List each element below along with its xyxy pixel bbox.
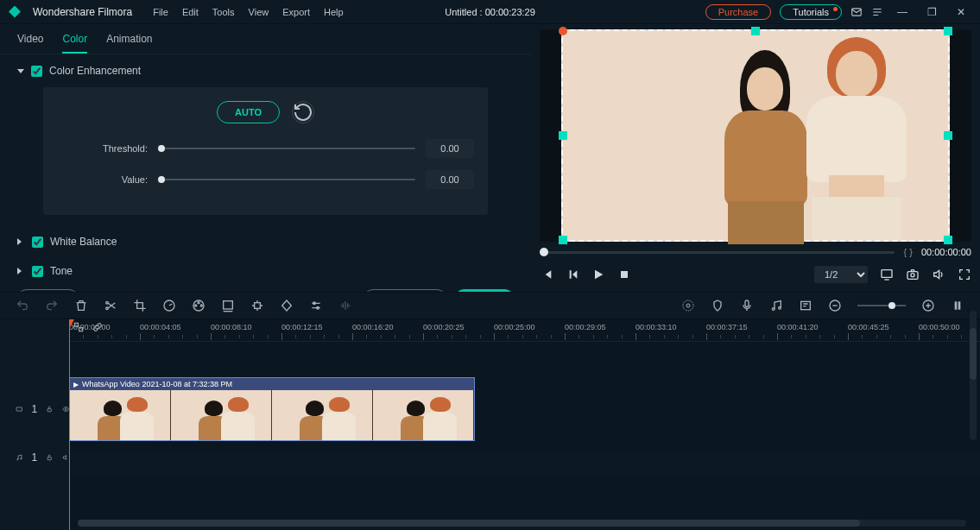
video-track-number: 1 [31, 403, 37, 415]
color-enhancement-checkbox[interactable] [31, 66, 42, 77]
minimize-button[interactable]: — [892, 6, 913, 18]
ruler-tick: 00:00:29:05 [565, 323, 606, 331]
svg-point-16 [683, 300, 693, 311]
eye-icon[interactable] [62, 403, 69, 415]
preview-zoom-select[interactable]: 1/2 [814, 266, 868, 283]
resize-handle[interactable] [751, 27, 760, 35]
caret-right-icon[interactable] [17, 238, 25, 245]
motion-track-icon[interactable] [250, 299, 264, 312]
menu-export[interactable]: Export [282, 7, 310, 17]
settings-list-icon[interactable] [871, 6, 883, 18]
redo-icon[interactable] [45, 299, 59, 312]
resize-handle[interactable] [559, 131, 567, 140]
delete-icon[interactable] [74, 299, 88, 312]
svg-rect-1 [621, 271, 628, 278]
tab-video[interactable]: Video [17, 33, 43, 54]
keyframe-icon[interactable] [280, 299, 294, 312]
svg-point-28 [65, 408, 66, 410]
resize-handle[interactable] [944, 236, 952, 244]
volume-icon[interactable] [932, 268, 945, 281]
svg-point-19 [772, 308, 775, 311]
video-track-icon [16, 403, 22, 415]
speed-icon[interactable] [162, 299, 176, 312]
timeline-zoom-slider[interactable] [857, 305, 906, 306]
menu-edit[interactable]: Edit [182, 7, 199, 17]
auto-button[interactable]: AUTO [217, 101, 280, 123]
clip-triangle-icon: ▸ [73, 378, 79, 390]
app-name: Wondershare Filmora [33, 6, 132, 18]
markers-panel-icon[interactable] [799, 299, 812, 312]
play-icon[interactable] [591, 268, 605, 281]
preview-canvas[interactable] [561, 29, 950, 242]
tab-color[interactable]: Color [62, 33, 87, 54]
tutorials-button[interactable]: Tutorials [780, 4, 842, 20]
marker-icon[interactable] [711, 299, 724, 312]
voiceover-icon[interactable] [740, 299, 754, 312]
display-icon[interactable] [880, 268, 894, 281]
audio-mix-icon[interactable] [769, 299, 783, 312]
zoom-out-icon[interactable] [828, 299, 842, 312]
svg-point-17 [686, 304, 690, 307]
resize-handle[interactable] [559, 236, 567, 244]
video-track[interactable]: ▸ WhatsApp Video 2021-10-08 at 7:32:38 P… [69, 375, 980, 444]
audio-track[interactable] [69, 452, 980, 478]
white-balance-checkbox[interactable] [32, 237, 43, 248]
maximize-button[interactable]: ❐ [921, 6, 942, 18]
lock-icon[interactable] [46, 451, 53, 464]
preview-panel: { } 00:00:00:00 1/2 [531, 24, 980, 292]
menu-view[interactable]: View [249, 7, 269, 17]
value-slider[interactable] [158, 179, 415, 180]
stop-icon[interactable] [617, 268, 631, 281]
message-icon[interactable] [850, 6, 863, 18]
rotate-handle[interactable] [559, 27, 567, 35]
step-back-icon[interactable] [566, 268, 579, 281]
undo-icon[interactable] [16, 299, 29, 312]
time-ruler[interactable]: 00:00:00:0000:00:04:0500:00:08:1000:00:1… [69, 319, 980, 342]
color-icon[interactable] [192, 299, 205, 312]
resize-handle[interactable] [944, 131, 952, 140]
adjust-icon[interactable] [309, 299, 323, 312]
vertical-scrollbar[interactable] [970, 311, 977, 440]
caret-down-icon[interactable] [17, 69, 24, 73]
reset-rotate-icon[interactable] [292, 101, 314, 123]
prev-frame-icon[interactable] [540, 268, 553, 281]
menu-help[interactable]: Help [324, 7, 344, 17]
threshold-value[interactable]: 0.00 [426, 139, 474, 158]
lock-icon[interactable] [46, 403, 53, 415]
preview-seekbar[interactable] [540, 251, 895, 254]
section-white-balance[interactable]: White Balance [0, 225, 531, 255]
menu-tools[interactable]: Tools [212, 7, 235, 17]
title-bar: Wondershare Filmora File Edit Tools View… [0, 0, 980, 24]
split-icon[interactable] [104, 299, 117, 312]
tab-animation[interactable]: Animation [106, 33, 152, 54]
ruler-tick: 00:00:37:15 [706, 323, 748, 331]
audio-wave-icon[interactable] [338, 299, 352, 312]
close-button[interactable]: ✕ [951, 6, 971, 18]
menu-file[interactable]: File [153, 7, 168, 17]
horizontal-scrollbar[interactable] [78, 520, 966, 527]
app-logo-icon [9, 6, 21, 18]
value-value[interactable]: 0.00 [426, 170, 474, 189]
zoom-fit-icon[interactable] [951, 299, 964, 312]
track-headers: 1 1 [0, 319, 69, 530]
purchase-button[interactable]: Purchase [705, 4, 771, 20]
resize-handle[interactable] [944, 27, 952, 35]
crop-icon[interactable] [133, 299, 147, 312]
zoom-in-icon[interactable] [921, 299, 935, 312]
section-color-enhancement[interactable]: Color Enhancement [0, 54, 531, 84]
svg-rect-26 [16, 407, 22, 411]
snapshot-icon[interactable] [906, 268, 920, 281]
tone-checkbox[interactable] [32, 266, 43, 277]
marker-braces[interactable]: { } [903, 247, 912, 257]
track-area[interactable]: 00:00:00:0000:00:04:0500:00:08:1000:00:1… [69, 319, 980, 530]
render-icon[interactable] [681, 299, 695, 312]
green-screen-icon[interactable] [221, 299, 235, 312]
section-tone[interactable]: Tone [0, 255, 531, 284]
video-clip[interactable]: ▸ WhatsApp Video 2021-10-08 at 7:32:38 P… [69, 377, 475, 441]
caret-right-icon[interactable] [17, 268, 25, 274]
ruler-tick: 00:00:45:25 [848, 323, 889, 331]
fullscreen-icon[interactable] [958, 268, 971, 281]
threshold-slider[interactable] [158, 148, 415, 149]
mute-icon[interactable] [62, 451, 69, 464]
inspector-panel: Video Color Animation Color Enhancement … [0, 24, 531, 292]
